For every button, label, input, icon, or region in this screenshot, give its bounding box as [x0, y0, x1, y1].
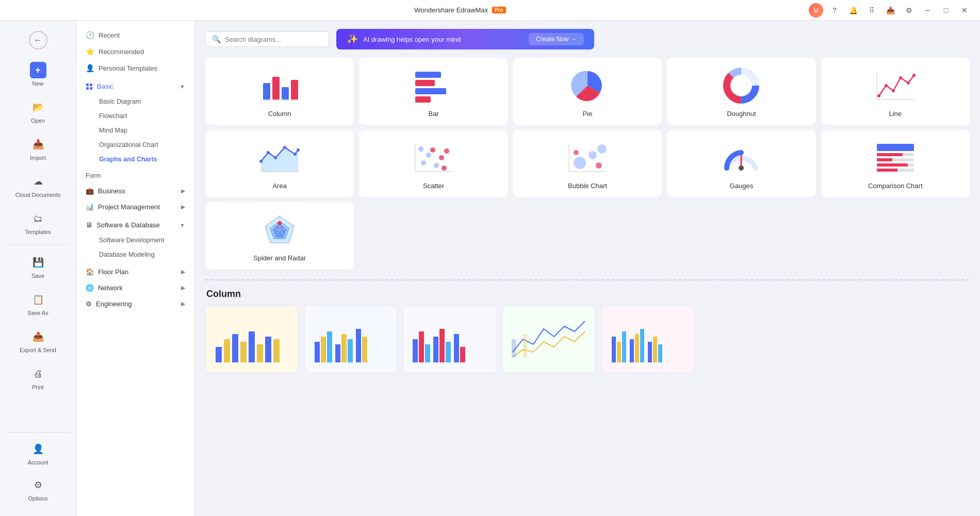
- nav-section-floor-header[interactable]: 🏠 Floor Plan ▶: [76, 264, 194, 280]
- nav-item-recent[interactable]: 🕐 Recent: [76, 27, 194, 43]
- options-icon: ⚙: [34, 479, 42, 491]
- sidebar-print-label: Print: [32, 384, 44, 390]
- scatter-label: Scatter: [423, 182, 444, 190]
- nav-item-recommended[interactable]: ⭐ Recommended: [76, 43, 194, 60]
- nav-software-label: Software & Database: [96, 221, 160, 229]
- help-icon[interactable]: ?: [827, 3, 842, 18]
- chart-card-pie[interactable]: Pie: [513, 58, 662, 125]
- template-preview-5: [607, 311, 689, 368]
- bar-chart-icon: [413, 68, 454, 104]
- sidebar-item-new[interactable]: + New: [3, 57, 73, 92]
- svg-rect-80: [327, 331, 332, 362]
- nav-sub-basic-diagram[interactable]: Basic Diagram: [76, 94, 194, 109]
- close-button[interactable]: ✕: [957, 3, 972, 18]
- chart-card-bar[interactable]: Bar: [359, 58, 508, 125]
- nav-basic-label: Basic: [97, 82, 113, 90]
- nav-sub-software-dev[interactable]: Software Development: [76, 233, 194, 247]
- nav-section-project-header[interactable]: 📊 Project Management ▶: [76, 199, 194, 215]
- svg-rect-76: [265, 337, 271, 362]
- comparison-chart-icon: [875, 140, 916, 176]
- search-icon: 🔍: [212, 35, 221, 43]
- template-card-4[interactable]: [502, 306, 595, 373]
- template-card-3[interactable]: [403, 306, 496, 373]
- svg-rect-86: [413, 339, 418, 362]
- svg-point-41: [442, 165, 447, 171]
- svg-point-31: [293, 153, 297, 156]
- business-icon: 💼: [86, 187, 94, 195]
- nav-sub-org-chart[interactable]: Organizational Chart: [76, 138, 194, 152]
- svg-rect-3: [90, 87, 92, 90]
- notification-icon[interactable]: 🔔: [846, 3, 860, 18]
- nav-section-software-header[interactable]: 🖥 Software & Database ▼: [76, 217, 194, 233]
- line-chart-icon: [875, 68, 916, 104]
- template-card-1[interactable]: [205, 306, 298, 373]
- sidebar-item-print[interactable]: 🖨 Print: [3, 360, 73, 395]
- scatter-icon-wrap: [413, 138, 454, 177]
- nav-section-basic-header[interactable]: Basic ▼: [76, 78, 194, 94]
- sidebar-item-account[interactable]: 👤 Account: [3, 436, 73, 471]
- sidebar-item-saveas[interactable]: 📋 Save As: [3, 286, 73, 321]
- chart-card-comparison[interactable]: Comparison Chart: [821, 130, 970, 197]
- chart-card-line[interactable]: Line: [821, 58, 970, 125]
- avatar[interactable]: U: [809, 3, 823, 18]
- svg-rect-71: [224, 339, 230, 362]
- back-button[interactable]: ←: [0, 25, 76, 56]
- search-input[interactable]: [225, 36, 322, 43]
- svg-rect-87: [419, 331, 424, 362]
- chart-card-area[interactable]: Area: [205, 130, 354, 197]
- svg-rect-85: [362, 337, 367, 362]
- svg-point-30: [283, 146, 286, 149]
- nav-sub-form[interactable]: Form: [76, 169, 194, 183]
- bar-label: Bar: [428, 110, 438, 118]
- svg-rect-74: [249, 331, 255, 362]
- sidebar-item-templates[interactable]: 🗂 Templates: [3, 205, 73, 240]
- svg-rect-4: [263, 83, 270, 99]
- nav-sub-mind-map[interactable]: Mind Map: [76, 123, 194, 138]
- settings-icon[interactable]: ⚙: [902, 3, 916, 18]
- svg-point-21: [899, 76, 902, 79]
- chart-card-doughnut[interactable]: Doughnut: [667, 58, 815, 125]
- nav-section-basic: Basic ▼ Basic Diagram Flowchart Mind Map…: [76, 78, 194, 167]
- title-bar: Wondershare EdrawMax Pro U ? 🔔 ⠿ 📤 ⚙ ─ □…: [0, 0, 980, 21]
- sidebar-item-save[interactable]: 💾 Save: [3, 249, 73, 284]
- basic-section-icon: [86, 83, 93, 90]
- chart-card-bubble[interactable]: Bubble Chart: [513, 130, 662, 197]
- nav-section-network-header[interactable]: 🌐 Network ▶: [76, 280, 194, 296]
- svg-rect-84: [356, 329, 361, 362]
- nav-sub-flowchart[interactable]: Flowchart: [76, 109, 194, 123]
- apps-icon[interactable]: ⠿: [864, 3, 879, 18]
- svg-rect-88: [425, 344, 430, 362]
- sidebar-divider-1: [6, 244, 70, 245]
- svg-rect-70: [216, 347, 222, 362]
- chart-card-spider[interactable]: Spider and Radar: [205, 202, 354, 269]
- minimize-button[interactable]: ─: [920, 3, 935, 18]
- nav-sub-db-modeling[interactable]: Database Modeling: [76, 247, 194, 262]
- nav-sub-graphs-charts[interactable]: Graphs and Charts: [76, 152, 194, 167]
- maximize-button[interactable]: □: [939, 3, 953, 18]
- create-now-button[interactable]: Create Now →: [529, 33, 584, 45]
- chart-card-scatter[interactable]: Scatter: [359, 130, 508, 197]
- sidebar-item-cloud[interactable]: ☁ Cloud Documents: [3, 168, 73, 203]
- chart-card-gauges[interactable]: Gauges: [667, 130, 815, 197]
- print-icon: 🖨: [34, 369, 43, 379]
- sidebar-item-export[interactable]: 📤 Export & Send: [3, 323, 73, 358]
- nav-section-business-header[interactable]: 💼 Business ▶: [76, 183, 194, 199]
- recent-icon: 🕐: [86, 31, 94, 39]
- nav-item-personal[interactable]: 👤 Personal Templates: [76, 60, 194, 76]
- nav-section-engineering-header[interactable]: ⚙ Engineering ▶: [76, 296, 194, 312]
- sidebar-item-options[interactable]: ⚙ Options: [3, 472, 73, 507]
- import-icon: 📥: [32, 139, 44, 150]
- share-icon[interactable]: 📤: [883, 3, 897, 18]
- template-card-5[interactable]: [601, 306, 694, 373]
- pie-chart-icon: [567, 68, 608, 104]
- svg-point-32: [297, 148, 300, 152]
- svg-rect-97: [617, 342, 621, 362]
- svg-point-45: [589, 151, 597, 159]
- chart-card-column[interactable]: Column: [205, 58, 354, 125]
- sidebar-item-open[interactable]: 📂 Open: [3, 94, 73, 129]
- template-card-2[interactable]: [304, 306, 397, 373]
- sidebar-account-label: Account: [28, 459, 48, 465]
- sidebar-item-import[interactable]: 📥 Import: [3, 131, 73, 166]
- ai-banner[interactable]: ✨ AI drawing helps open your mind Create…: [336, 29, 594, 49]
- floor-chevron-icon: ▶: [181, 269, 185, 275]
